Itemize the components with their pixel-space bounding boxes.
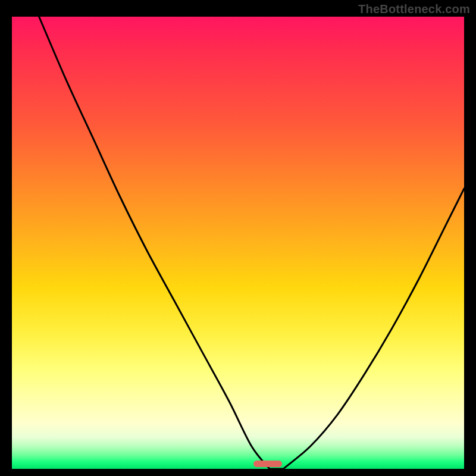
line-curve xyxy=(12,17,464,469)
watermark-text: TheBottleneck.com xyxy=(358,2,470,16)
curve-path xyxy=(39,17,464,469)
balance-marker xyxy=(253,461,282,467)
chart-stage: TheBottleneck.com xyxy=(0,0,476,476)
plot-area xyxy=(12,17,464,469)
